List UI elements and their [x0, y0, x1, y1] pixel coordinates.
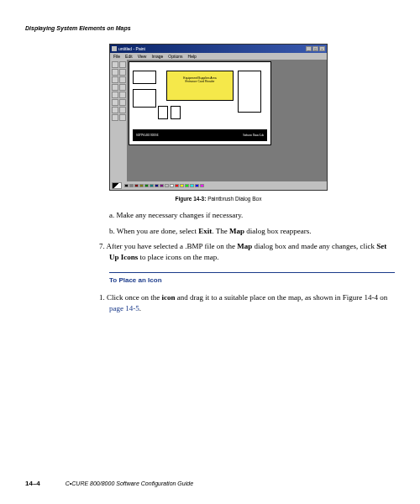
tool-icon	[112, 61, 118, 68]
figure-label: Figure 14-3:	[176, 196, 207, 202]
color-swatch	[155, 184, 159, 187]
color-swatch	[160, 184, 164, 187]
color-palette	[110, 181, 327, 190]
step-7-t2: dialog box and made any changes, click	[252, 242, 376, 250]
tool-icon	[119, 61, 126, 68]
figure-caption-text: Paintbrush Dialog Box	[207, 196, 261, 202]
place-step-1-t2: and drag it to a suitable place on the m…	[176, 293, 388, 302]
step-b-t2: . The	[212, 227, 229, 235]
room-security	[133, 71, 156, 84]
step-b: b. When you are done, select Exit. The M…	[109, 226, 395, 237]
minimize-icon: _	[306, 46, 312, 51]
room-computer	[238, 71, 261, 113]
step-a: a. Make any necessary changes if necessa…	[109, 210, 395, 221]
color-swatch	[134, 184, 139, 187]
close-icon: ×	[319, 46, 325, 51]
tool-icon	[119, 69, 126, 76]
step-7-t1: After you have selected a .BMP file on t…	[107, 242, 238, 250]
content-body: a. Make any necessary changes if necessa…	[109, 210, 395, 314]
color-swatch	[124, 184, 129, 187]
room-small	[171, 106, 181, 119]
header-title: Displaying System Elements on Maps	[25, 25, 131, 31]
current-color-icon	[112, 182, 122, 189]
tool-icon	[112, 92, 118, 98]
page-header: Displaying System Elements on Maps	[25, 25, 395, 31]
canvas: Equipment/Supplies Area Entrance Card Re…	[129, 61, 271, 145]
color-swatch	[200, 184, 204, 187]
window-title: untitled - Paint	[118, 46, 145, 51]
canvas-area: Equipment/Supplies Area Entrance Card Re…	[127, 60, 327, 181]
tool-icon	[112, 76, 118, 83]
color-swatch	[175, 184, 179, 187]
tool-icon	[119, 84, 126, 91]
step-a-marker: a.	[109, 211, 114, 219]
color-swatch	[129, 184, 134, 187]
page-link[interactable]: page 14-5	[109, 304, 139, 312]
color-swatch	[170, 184, 174, 187]
place-step-1-marker: 1.	[99, 293, 105, 302]
color-swatch	[165, 184, 169, 187]
color-swatch	[190, 184, 194, 187]
menu-view: View	[138, 54, 147, 59]
fp-footer-right: Software House Lab	[243, 134, 264, 137]
room-small	[158, 106, 168, 119]
toolbox	[110, 60, 127, 181]
tool-icon	[112, 107, 118, 113]
place-step-1: 1. Click once on the icon and drag it to…	[99, 292, 395, 313]
color-swatch	[185, 184, 189, 187]
menu-edit: Edit	[125, 54, 133, 59]
step-a-text: Make any necessary changes if necessary.	[117, 211, 244, 219]
color-swatch	[180, 184, 184, 187]
room-conference	[133, 89, 156, 108]
page-footer: 14–4 C•CURE 800/8000 Software Configurat…	[25, 480, 395, 487]
step-7-marker: 7.	[99, 242, 105, 250]
tool-icon	[112, 69, 118, 76]
step-7: 7. After you have selected a .BMP file o…	[99, 241, 395, 262]
step-b-bold1: Exit	[198, 227, 212, 235]
fp-footer-left: SOFTWARE HOUSE	[136, 134, 159, 137]
menubar: File Edit View Image Options Help	[110, 53, 327, 60]
figure-container: untitled - Paint _ □ × File Edit View Im…	[109, 44, 328, 191]
page-number: 14–4	[25, 480, 40, 487]
tool-icon	[112, 114, 118, 121]
step-7-t3: to place icons on the map.	[138, 253, 218, 261]
step-b-marker: b.	[109, 227, 115, 235]
tool-icon	[112, 84, 118, 91]
tool-icon	[119, 76, 126, 83]
tool-icon	[119, 114, 126, 121]
tool-icon	[119, 99, 126, 106]
maximize-icon: □	[312, 46, 318, 51]
section-heading: To Place an Icon	[109, 276, 395, 284]
color-swatch	[150, 184, 154, 187]
menu-image: Image	[151, 54, 163, 59]
place-step-1-t1: Click once on the	[107, 293, 161, 302]
color-swatch	[144, 184, 149, 187]
step-7-bold1: Map	[237, 242, 252, 250]
menu-options: Options	[168, 54, 182, 59]
figure-caption: Figure 14-3: Paintbrush Dialog Box	[109, 196, 328, 202]
footer-title: C•CURE 800/8000 Software Configuration G…	[66, 480, 193, 486]
room-highlight: Equipment/Supplies Area Entrance Card Re…	[166, 71, 234, 101]
paint-body: Equipment/Supplies Area Entrance Card Re…	[110, 60, 327, 181]
step-b-t3: dialog box reappears.	[244, 227, 311, 235]
floorplan-footer: SOFTWARE HOUSE Software House Lab	[133, 129, 267, 141]
app-icon	[112, 46, 117, 51]
floorplan: Equipment/Supplies Area Entrance Card Re…	[133, 66, 267, 141]
menu-help: Help	[188, 54, 197, 59]
tool-icon	[112, 99, 118, 106]
place-step-1-t3: .	[139, 304, 141, 312]
paint-window: untitled - Paint _ □ × File Edit View Im…	[109, 44, 328, 191]
menu-file: File	[113, 54, 120, 59]
room-highlight-line2: Entrance Card Reader	[167, 80, 233, 83]
titlebar: untitled - Paint _ □ ×	[110, 45, 327, 53]
step-b-t1: When you are done, select	[117, 227, 198, 235]
color-swatch	[139, 184, 144, 187]
tool-icon	[119, 92, 126, 98]
place-step-1-bold1: icon	[161, 293, 175, 302]
color-swatch	[195, 184, 199, 187]
tool-icon	[119, 107, 126, 113]
section-divider	[109, 272, 395, 273]
step-b-bold2: Map	[229, 227, 244, 235]
